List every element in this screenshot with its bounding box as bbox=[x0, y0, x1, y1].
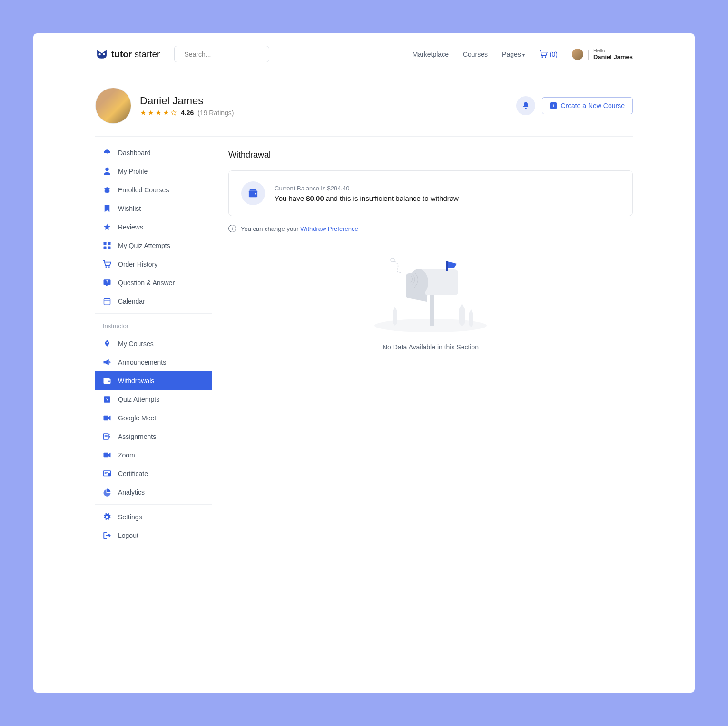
star-icon bbox=[103, 223, 111, 231]
svg-rect-40 bbox=[430, 295, 434, 326]
sidebar-item-zoom[interactable]: Zoom bbox=[95, 446, 212, 464]
svg-rect-26 bbox=[104, 415, 109, 420]
page-title: Withdrawal bbox=[228, 150, 633, 160]
sidebar-item-order-history[interactable]: Order History bbox=[95, 255, 212, 273]
profile-name: Daniel James bbox=[140, 95, 234, 107]
rating-number: 4.26 bbox=[181, 109, 194, 117]
sidebar: Dashboard My Profile Enrolled Courses Wi… bbox=[95, 136, 212, 557]
cart-count: (0) bbox=[550, 50, 558, 58]
sidebar-instructor-heading: Instructor bbox=[95, 317, 212, 334]
gear-icon bbox=[103, 513, 111, 521]
svg-point-23 bbox=[108, 380, 110, 382]
header: tutor starter Marketplace Courses Pages▾… bbox=[33, 33, 695, 75]
notifications-button[interactable] bbox=[516, 96, 535, 115]
graduation-icon bbox=[103, 186, 111, 194]
svg-point-36 bbox=[108, 473, 110, 476]
svg-point-38 bbox=[255, 193, 257, 195]
rocket-icon bbox=[103, 339, 111, 348]
calendar-icon bbox=[103, 297, 111, 306]
svg-point-41 bbox=[409, 269, 428, 296]
nav-courses[interactable]: Courses bbox=[463, 50, 488, 58]
sidebar-item-assignments[interactable]: Assignments bbox=[95, 427, 212, 446]
mailbox-illustration bbox=[374, 249, 488, 333]
svg-point-7 bbox=[105, 167, 109, 171]
info-icon: i bbox=[228, 225, 236, 232]
svg-rect-16 bbox=[104, 298, 110, 305]
preference-row: i You can change your Withdraw Preferenc… bbox=[228, 225, 633, 232]
svg-rect-22 bbox=[104, 378, 109, 379]
star-icon bbox=[140, 109, 147, 116]
wallet-icon bbox=[103, 377, 111, 385]
svg-point-43 bbox=[391, 258, 394, 262]
pie-chart-icon bbox=[103, 488, 111, 497]
user-info[interactable]: Hello Daniel James bbox=[572, 48, 633, 60]
svg-point-1 bbox=[103, 53, 105, 55]
sidebar-item-announcements[interactable]: Announcements bbox=[95, 353, 212, 371]
svg-point-20 bbox=[107, 342, 108, 343]
avatar-large bbox=[95, 88, 131, 124]
empty-text: No Data Available in this Section bbox=[228, 343, 633, 351]
question-icon: ? bbox=[103, 278, 111, 287]
sidebar-item-withdrawals[interactable]: Withdrawals bbox=[95, 371, 212, 390]
svg-point-6 bbox=[107, 152, 108, 153]
sidebar-item-settings[interactable]: Settings bbox=[95, 507, 212, 526]
cart-link[interactable]: (0) bbox=[539, 50, 558, 58]
main-content: Withdrawal Current Balance is $294.40 Yo… bbox=[212, 136, 633, 557]
balance-message: You have $0.00 and this is insufficient … bbox=[275, 194, 459, 202]
empty-state: No Data Available in this Section bbox=[228, 249, 633, 351]
help-icon: ? bbox=[103, 395, 111, 404]
sidebar-item-enrolled-courses[interactable]: Enrolled Courses bbox=[95, 180, 212, 199]
search-input[interactable] bbox=[184, 50, 267, 58]
cart-icon bbox=[539, 50, 548, 58]
logo[interactable]: tutor starter bbox=[95, 49, 160, 60]
sidebar-item-wishlist[interactable]: Wishlist bbox=[95, 199, 212, 218]
logout-icon bbox=[103, 531, 111, 540]
sidebar-item-my-courses[interactable]: My Courses bbox=[95, 334, 212, 353]
stars bbox=[140, 109, 177, 116]
svg-rect-42 bbox=[446, 261, 448, 271]
cart-icon bbox=[103, 260, 111, 269]
star-icon bbox=[163, 109, 169, 116]
star-empty-icon bbox=[170, 109, 177, 116]
svg-point-13 bbox=[108, 266, 110, 268]
sidebar-item-my-quiz-attempts[interactable]: My Quiz Attempts bbox=[95, 236, 212, 255]
svg-rect-8 bbox=[104, 242, 107, 245]
bookmark-icon bbox=[103, 204, 111, 213]
search-box[interactable] bbox=[174, 46, 269, 62]
wallet-icon-wrap bbox=[241, 181, 265, 205]
star-icon bbox=[148, 109, 154, 116]
sidebar-item-question-answer[interactable]: ?Question & Answer bbox=[95, 273, 212, 292]
sidebar-item-calendar[interactable]: Calendar bbox=[95, 292, 212, 310]
list-icon bbox=[103, 432, 111, 441]
svg-rect-32 bbox=[104, 452, 109, 457]
sidebar-item-dashboard[interactable]: Dashboard bbox=[95, 143, 212, 162]
user-icon bbox=[103, 167, 111, 176]
content-area: Dashboard My Profile Enrolled Courses Wi… bbox=[33, 136, 695, 557]
rating-row: 4.26 (19 Ratings) bbox=[140, 109, 234, 117]
sidebar-item-reviews[interactable]: Reviews bbox=[95, 218, 212, 236]
nav-pages[interactable]: Pages▾ bbox=[502, 50, 525, 58]
avatar-small bbox=[572, 49, 583, 60]
svg-point-4 bbox=[541, 56, 543, 58]
withdraw-preference-link[interactable]: Withdraw Preference bbox=[300, 225, 358, 232]
sidebar-item-logout[interactable]: Logout bbox=[95, 526, 212, 545]
profile-bar: Daniel James 4.26 (19 Ratings) bbox=[33, 75, 695, 136]
star-icon bbox=[155, 109, 162, 116]
svg-rect-9 bbox=[108, 242, 111, 245]
bell-icon bbox=[522, 101, 530, 110]
plus-icon: + bbox=[550, 102, 557, 109]
video-icon bbox=[103, 451, 111, 459]
nav-links: Marketplace Courses Pages▾ (0) Hello Dan… bbox=[413, 48, 633, 60]
sidebar-item-quiz-attempts[interactable]: ?Quiz Attempts bbox=[95, 390, 212, 408]
create-course-button[interactable]: + Create a New Course bbox=[542, 97, 633, 114]
sidebar-item-google-meet[interactable]: Google Meet bbox=[95, 408, 212, 427]
logo-text-1: tutor bbox=[111, 49, 132, 59]
svg-text:?: ? bbox=[106, 279, 108, 284]
svg-point-12 bbox=[105, 266, 107, 268]
sidebar-item-my-profile[interactable]: My Profile bbox=[95, 162, 212, 180]
nav-marketplace[interactable]: Marketplace bbox=[413, 50, 449, 58]
sidebar-item-analytics[interactable]: Analytics bbox=[95, 483, 212, 501]
sidebar-item-certificate[interactable]: Certificate bbox=[95, 464, 212, 483]
balance-card: Current Balance is $294.40 You have $0.0… bbox=[228, 170, 633, 216]
certificate-icon bbox=[103, 469, 111, 478]
